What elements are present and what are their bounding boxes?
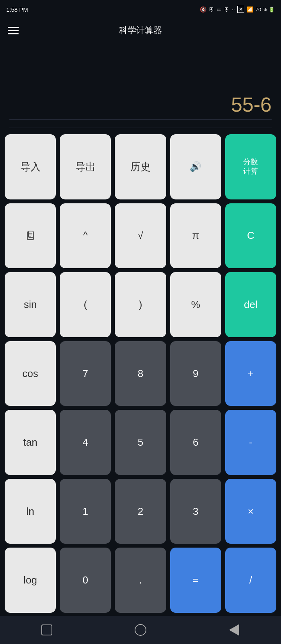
screen-icon: ▭ <box>217 6 222 12</box>
key-row-5: ln123× <box>5 479 276 544</box>
wifi-icon: 📶 <box>247 6 253 12</box>
mute-icon: 🔇 <box>200 6 206 12</box>
clear-btn[interactable]: C <box>225 203 276 269</box>
keypad-area: 导入导出历史🔊分数 计算 ^√πCsin()%delcos789+tan456-… <box>0 128 281 616</box>
plus-btn[interactable]: + <box>225 341 276 406</box>
power-btn[interactable]: ^ <box>60 203 111 269</box>
battery-indicator: 70 % 🔋 <box>256 7 275 12</box>
zero-btn[interactable]: 0 <box>60 548 111 613</box>
one-btn[interactable]: 1 <box>60 479 111 544</box>
nav-back-btn[interactable] <box>35 622 59 638</box>
history-btn[interactable]: 历史 <box>115 134 166 199</box>
ln-btn[interactable]: ln <box>5 479 56 544</box>
x-icon: ✕ <box>237 6 244 13</box>
status-icons: 🔇 ⛨ ▭ ⛨ ·· ✕ 📶 70 % 🔋 <box>200 6 275 13</box>
seven-btn[interactable]: 7 <box>60 341 111 406</box>
expression-display: 55-6 <box>9 93 272 120</box>
minus-btn[interactable]: - <box>225 410 276 475</box>
key-row-0: 导入导出历史🔊分数 计算 <box>5 134 276 199</box>
import-btn[interactable]: 导入 <box>5 134 56 199</box>
key-row-3: cos789+ <box>5 341 276 406</box>
percent-btn[interactable]: % <box>170 272 221 337</box>
shield2-icon: ⛨ <box>224 6 229 12</box>
nav-circle-icon <box>135 624 146 636</box>
menu-button[interactable] <box>8 27 19 34</box>
key-row-6: log0.=/ <box>5 548 276 613</box>
log-btn[interactable]: log <box>5 548 56 613</box>
eight-btn[interactable]: 8 <box>115 341 166 406</box>
top-bar: 科学计算器 <box>0 19 281 42</box>
nav-home-btn[interactable] <box>129 622 152 638</box>
nav-triangle-icon <box>229 624 239 636</box>
export-btn[interactable]: 导出 <box>60 134 111 199</box>
nav-square-icon <box>41 624 52 635</box>
nine-btn[interactable]: 9 <box>170 341 221 406</box>
key-row-1: ^√πC <box>5 203 276 269</box>
dot-btn[interactable]: . <box>115 548 166 613</box>
lparen-btn[interactable]: ( <box>60 272 111 337</box>
two-btn[interactable]: 2 <box>115 479 166 544</box>
nav-bar <box>0 616 281 644</box>
key-row-4: tan456- <box>5 410 276 475</box>
copy-btn[interactable] <box>5 203 56 269</box>
key-row-2: sin()%del <box>5 272 276 337</box>
rparen-btn[interactable]: ) <box>115 272 166 337</box>
fraction-btn[interactable]: 分数 计算 <box>225 134 276 199</box>
status-time: 1:58 PM <box>6 6 28 13</box>
three-btn[interactable]: 3 <box>170 479 221 544</box>
equals-btn[interactable]: = <box>170 548 221 613</box>
sound-btn[interactable]: 🔊 <box>170 134 221 199</box>
app-title: 科学计算器 <box>119 25 162 36</box>
display-area: 55-6 <box>0 42 281 128</box>
pi-btn[interactable]: π <box>170 203 221 269</box>
dots-icon: ·· <box>232 6 235 12</box>
multiply-btn[interactable]: × <box>225 479 276 544</box>
shield-icon: ⛨ <box>209 6 214 12</box>
sqrt-btn[interactable]: √ <box>115 203 166 269</box>
four-btn[interactable]: 4 <box>60 410 111 475</box>
status-bar: 1:58 PM 🔇 ⛨ ▭ ⛨ ·· ✕ 📶 70 % 🔋 <box>0 0 281 19</box>
cos-btn[interactable]: cos <box>5 341 56 406</box>
tan-btn[interactable]: tan <box>5 410 56 475</box>
five-btn[interactable]: 5 <box>115 410 166 475</box>
six-btn[interactable]: 6 <box>170 410 221 475</box>
del-btn[interactable]: del <box>225 272 276 337</box>
divide-btn[interactable]: / <box>225 548 276 613</box>
nav-recents-btn[interactable] <box>222 622 246 638</box>
result-display <box>9 120 272 128</box>
sin-btn[interactable]: sin <box>5 272 56 337</box>
